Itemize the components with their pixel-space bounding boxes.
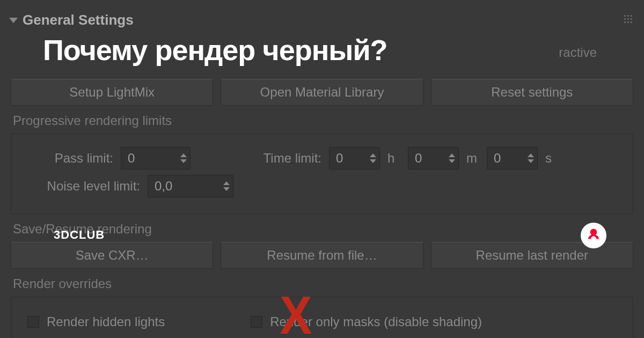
zen-badge-icon[interactable] bbox=[581, 223, 606, 248]
setup-lightmix-button[interactable]: Setup LightMix bbox=[11, 79, 213, 106]
render-only-masks-label: Render only masks (disable shading) bbox=[270, 314, 482, 329]
progressive-fieldset: Pass limit: Time limit: h m s No bbox=[11, 134, 633, 214]
noise-limit-label: Noise level limit: bbox=[22, 179, 140, 194]
progressive-title: Progressive rendering limits bbox=[13, 113, 633, 128]
partial-button-text: ractive bbox=[559, 45, 597, 60]
time-s-input[interactable] bbox=[494, 151, 510, 166]
render-hidden-lights-row[interactable]: Render hidden lights bbox=[27, 314, 165, 329]
resume-from-file-button[interactable]: Resume from file… bbox=[221, 242, 423, 269]
noise-limit-input[interactable] bbox=[155, 179, 192, 194]
watermark-text: 3DCLUB bbox=[54, 228, 105, 242]
time-m-input[interactable] bbox=[415, 151, 431, 166]
drag-grip-icon[interactable] bbox=[624, 15, 632, 23]
save-cxr-button[interactable]: Save CXR… bbox=[11, 242, 213, 269]
unit-m: m bbox=[466, 151, 479, 166]
noise-limit-spinner[interactable] bbox=[148, 175, 233, 197]
time-m-spinner[interactable] bbox=[408, 147, 459, 170]
time-limit-label: Time limit: bbox=[198, 151, 321, 166]
spinner-arrows-icon[interactable] bbox=[223, 181, 230, 191]
overrides-fieldset: Render hidden lights Render only masks (… bbox=[11, 297, 633, 338]
section-title: General Settings bbox=[23, 12, 134, 28]
reset-settings-button[interactable]: Reset settings bbox=[431, 79, 633, 106]
unit-s: s bbox=[545, 151, 558, 166]
buttons-row-2: Setup LightMix Open Material Library Res… bbox=[11, 79, 633, 106]
save-resume-title: Save/Resume rendering bbox=[13, 222, 633, 237]
render-only-masks-checkbox[interactable] bbox=[251, 316, 262, 328]
render-hidden-lights-checkbox[interactable] bbox=[27, 316, 39, 328]
time-h-spinner[interactable] bbox=[329, 147, 380, 170]
render-hidden-lights-label: Render hidden lights bbox=[47, 314, 165, 329]
time-h-input[interactable] bbox=[336, 151, 352, 166]
collapse-triangle-icon bbox=[9, 18, 18, 23]
pass-limit-label: Pass limit: bbox=[22, 151, 113, 166]
pass-limit-input[interactable] bbox=[128, 151, 155, 166]
open-material-library-button[interactable]: Open Material Library bbox=[221, 79, 423, 106]
time-s-spinner[interactable] bbox=[487, 147, 538, 170]
resume-last-render-button[interactable]: Resume last render bbox=[431, 242, 633, 269]
render-overrides-title: Render overrides bbox=[13, 276, 633, 291]
spinner-arrows-icon[interactable] bbox=[180, 153, 187, 163]
overlay-headline: Почему рендер черный? bbox=[43, 33, 387, 67]
section-header[interactable]: General Settings bbox=[11, 5, 633, 35]
render-only-masks-row[interactable]: Render only masks (disable shading) bbox=[251, 314, 482, 329]
settings-panel: General Settings ractive Почему рендер ч… bbox=[0, 0, 644, 338]
spinner-arrows-icon[interactable] bbox=[370, 153, 376, 163]
save-resume-row: Save CXR… Resume from file… Resume last … bbox=[11, 242, 633, 269]
spinner-arrows-icon[interactable] bbox=[528, 153, 534, 163]
spinner-arrows-icon[interactable] bbox=[449, 153, 455, 163]
unit-h: h bbox=[387, 151, 400, 166]
pass-limit-spinner[interactable] bbox=[121, 147, 191, 170]
